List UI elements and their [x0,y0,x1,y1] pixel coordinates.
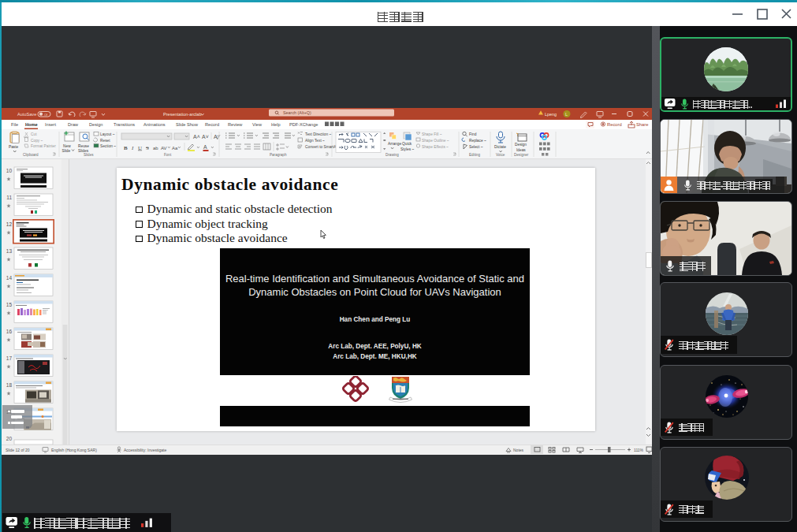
svg-text:Styles ~: Styles ~ [400,147,414,151]
svg-text:13: 13 [6,248,13,254]
svg-text:A: A [214,134,218,140]
svg-text:English (Hong Kong SAR): English (Hong Kong SAR) [51,448,97,452]
svg-text:Select ~: Select ~ [469,145,483,149]
svg-text:S: S [146,145,149,151]
svg-text:Slides: Slides [84,153,94,157]
svg-text:Voice: Voice [496,153,505,157]
svg-text:Aa: Aa [172,146,178,151]
svg-text:B: B [124,145,128,151]
svg-text:Record: Record [607,122,622,127]
svg-text:Align Text ~: Align Text ~ [305,139,325,143]
svg-text:Home: Home [25,122,38,127]
svg-text:Transitions: Transitions [114,122,135,127]
svg-text:Reuse: Reuse [78,144,89,148]
svg-text:Slide: Slide [62,149,71,153]
svg-text:New: New [63,144,71,148]
svg-text:Reset: Reset [100,139,110,143]
svg-text:Dictate: Dictate [494,145,506,149]
svg-text:Shape Outline ~: Shape Outline ~ [422,139,449,143]
svg-text:Review: Review [228,122,243,127]
svg-text:Animations: Animations [143,122,166,127]
svg-text:Shape Fill ~: Shape Fill ~ [422,132,442,136]
svg-text:Layout ~: Layout ~ [100,132,115,136]
svg-text:A˄: A˄ [193,134,200,140]
svg-text:14: 14 [6,275,13,281]
svg-text:Slide Show: Slide Show [176,122,199,127]
svg-text:20: 20 [6,436,13,441]
svg-text:PDF-XChange: PDF-XChange [289,122,318,127]
svg-text:View: View [252,122,263,127]
svg-text:Format Painter: Format Painter [31,144,56,148]
svg-text:18: 18 [6,382,13,388]
svg-text:Section ~: Section ~ [100,144,116,148]
svg-text:Design: Design [89,122,102,127]
svg-text:Share: Share [636,122,648,127]
svg-text:Copy ~: Copy ~ [31,139,43,143]
svg-text:AV: AV [161,146,167,151]
svg-text:Record: Record [205,122,219,127]
svg-text:Quick: Quick [402,142,412,146]
svg-text:Insert: Insert [45,122,56,127]
svg-text:ab: ab [153,146,158,151]
svg-text:Notes: Notes [513,448,524,452]
svg-text:U: U [138,145,142,151]
svg-text:Search (Alt+Q): Search (Alt+Q) [283,110,311,115]
svg-text:Shape Effects ~: Shape Effects ~ [422,145,449,149]
svg-text:Replace ~: Replace ~ [469,139,486,143]
svg-text:Clipboard: Clipboard [23,153,39,157]
svg-text:15: 15 [6,302,13,307]
svg-text:111%: 111% [634,448,644,452]
svg-text:AutoSave: AutoSave [17,112,36,117]
svg-text:Designer: Designer [514,153,529,157]
svg-text:11: 11 [6,195,12,200]
svg-text:L: L [565,112,568,117]
svg-text:Editing: Editing [469,153,480,157]
svg-text:16: 16 [6,329,13,334]
svg-text:Help: Help [271,122,281,127]
svg-text:Accessibility: Investigate: Accessibility: Investigate [124,448,166,452]
svg-text:File: File [11,122,18,127]
svg-text:Presentation-arclab: Presentation-arclab [163,112,202,117]
svg-text:Slide 12 of 20: Slide 12 of 20 [6,448,30,452]
svg-text:17: 17 [6,355,13,361]
svg-text:Find: Find [469,132,477,136]
svg-text:Text Direction ~: Text Direction ~ [305,132,331,136]
svg-text:Cut: Cut [31,132,37,136]
svg-text:Lpeng: Lpeng [545,112,557,117]
svg-text:10: 10 [6,168,13,173]
svg-text:12: 12 [6,221,13,227]
svg-text:Paragraph: Paragraph [270,153,287,157]
svg-text:Draw: Draw [68,122,79,127]
svg-text:Design: Design [515,143,527,147]
svg-text:Arrange: Arrange [388,142,401,146]
svg-text:A: A [203,144,207,150]
svg-text:Font: Font [164,153,172,157]
svg-text:A˅: A˅ [202,134,209,140]
svg-text:Ideas: Ideas [516,148,526,152]
svg-text:Paste: Paste [9,145,19,149]
svg-text:Drawing: Drawing [385,153,399,157]
